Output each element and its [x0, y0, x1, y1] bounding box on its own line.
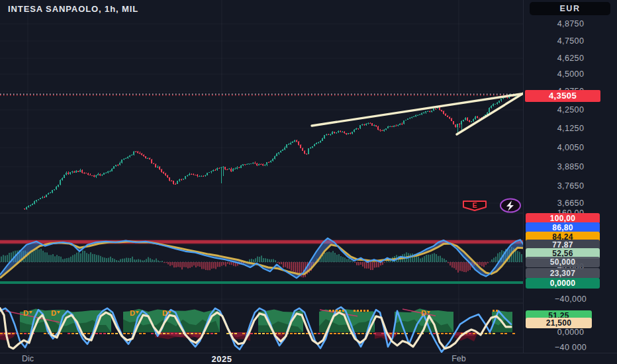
time-label: Dic	[22, 354, 34, 363]
indicator-value-tag: 50,000	[526, 257, 600, 267]
current-price-tag: 4,3505	[525, 90, 600, 102]
divergence-d-mark: D	[130, 309, 135, 317]
earnings-letter: E	[472, 201, 477, 209]
lower-band	[0, 281, 523, 284]
price-tick-label: 4,8750	[524, 19, 617, 28]
indicator-tick-label: −40,000	[524, 295, 617, 304]
indicator-tick-label: 0,0000	[524, 328, 617, 337]
divergence-d-mark: D	[51, 309, 56, 317]
price-tick-label: 3,8850	[524, 162, 617, 171]
indicator-value-tag: 23,307	[526, 268, 600, 279]
indicator-tick-label: −40 000	[524, 343, 617, 352]
divergence-d-mark: D	[162, 309, 167, 317]
price-tick-label: 4,6250	[524, 54, 617, 63]
candlesticks	[24, 93, 522, 210]
price-tick-label: 3,6650	[524, 199, 617, 208]
price-tick-label: 4,1250	[524, 124, 617, 133]
currency-button[interactable]: EUR	[530, 2, 610, 15]
chart-canvas[interactable]: DDDDD	[0, 0, 523, 353]
price-tick-label: 4,5000	[524, 69, 617, 79]
wave-oscillator-pane	[0, 238, 523, 284]
price-tick-label: 4,2500	[524, 105, 617, 114]
indicator-value-tag: 21,500	[526, 318, 592, 328]
time-label: Feb	[451, 354, 466, 363]
divergence-d-mark: D	[23, 309, 28, 317]
stochastic-cloud-pane: DDDDD	[0, 307, 515, 352]
symbol-title[interactable]: INTESA SANPAOLO, 1h, MIL	[8, 4, 138, 14]
time-label: 2025	[212, 354, 232, 364]
indicator-value-tag: 0,0000	[526, 278, 600, 289]
price-tick-label: 3,7650	[524, 181, 617, 191]
price-tick-label: 4,7500	[524, 36, 617, 46]
price-axis[interactable]: EUR 4,87504,75004,62504,50004,37504,2500…	[523, 0, 617, 353]
chart-plot-area[interactable]: DDDDD INTESA SANPAOLO, 1h, MIL E	[0, 0, 523, 353]
time-axis[interactable]: Dic2025Feb	[0, 353, 617, 364]
trading-chart-window: DDDDD INTESA SANPAOLO, 1h, MIL E EUR 4,8…	[0, 0, 617, 364]
divergence-d-mark: D	[421, 309, 426, 317]
price-tick-label: 4,0050	[524, 143, 617, 152]
